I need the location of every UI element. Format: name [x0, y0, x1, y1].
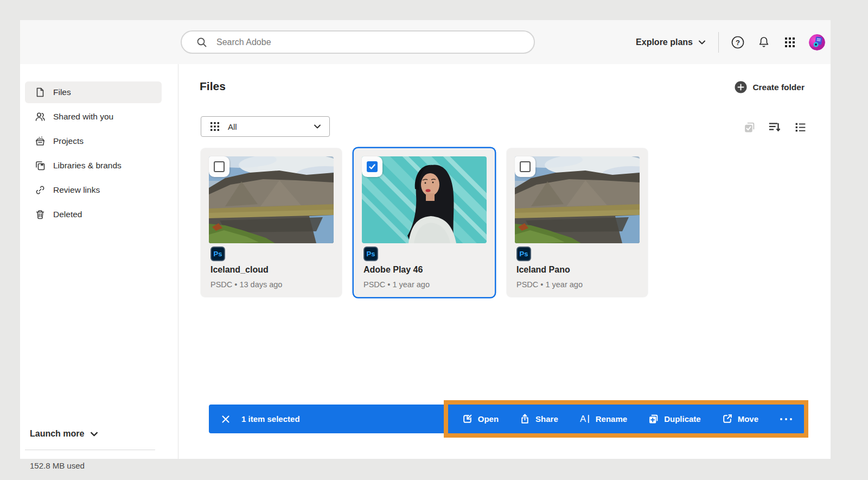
- sidebar-item-label: Projects: [53, 136, 84, 146]
- list-view-button[interactable]: [793, 120, 807, 134]
- sidebar-item-review-links[interactable]: Review links: [25, 179, 162, 201]
- search-bar[interactable]: [181, 30, 535, 54]
- file-meta: PSDC • 1 year ago: [516, 280, 583, 289]
- grid-icon: [210, 122, 220, 131]
- sidebar-item-label: Review links: [53, 185, 100, 195]
- svg-text:A: A: [580, 414, 586, 424]
- duplicate-icon: [648, 413, 659, 425]
- chevron-down-icon: [90, 430, 99, 439]
- explore-plans-label: Explore plans: [636, 37, 693, 47]
- trash-icon: [35, 209, 46, 220]
- open-button[interactable]: Open: [462, 413, 499, 425]
- select-all-button[interactable]: [742, 120, 756, 134]
- launch-more-button[interactable]: Launch more: [30, 429, 99, 439]
- creative-cloud-window: Explore plans ?: [20, 20, 831, 459]
- view-toolbar: [742, 120, 807, 134]
- filter-selected-value: All: [228, 122, 237, 131]
- app-switcher-button[interactable]: [783, 35, 797, 49]
- launch-more-label: Launch more: [30, 429, 84, 439]
- share-icon: [519, 413, 531, 425]
- app-switcher-icon: [783, 36, 796, 49]
- card-checkbox[interactable]: [209, 156, 229, 177]
- top-bar: Explore plans ?: [20, 20, 831, 64]
- file-title: Iceland_cloud: [210, 265, 269, 275]
- checkbox-unchecked: [214, 161, 225, 172]
- chevron-down-icon: [698, 38, 706, 47]
- checkbox-checked: [367, 161, 378, 172]
- sidebar-item-label: Deleted: [53, 210, 82, 219]
- plus-circle-icon: [735, 81, 747, 93]
- search-icon: [196, 36, 208, 48]
- content-divider: [178, 64, 178, 459]
- filter-dropdown[interactable]: All: [201, 116, 330, 137]
- sidebar-item-files[interactable]: Files: [25, 81, 162, 103]
- duplicate-button[interactable]: Duplicate: [648, 413, 701, 425]
- header-divider: [718, 32, 719, 53]
- link-icon: [35, 185, 46, 195]
- rename-label: Rename: [596, 414, 627, 424]
- help-button[interactable]: ?: [731, 35, 745, 49]
- sidebar: Files Shared with you Projects: [20, 64, 178, 459]
- file-card-iceland-cloud[interactable]: Ps Iceland_cloud PSDC • 13 days ago: [201, 148, 342, 297]
- photoshop-badge: Ps: [363, 247, 378, 261]
- sidebar-item-projects[interactable]: Projects: [25, 130, 162, 152]
- notifications-icon: [757, 36, 770, 49]
- file-title: Iceland Pano: [516, 265, 570, 275]
- sidebar-item-label: Libraries & brands: [53, 161, 122, 170]
- people-icon: [35, 111, 46, 122]
- avatar[interactable]: [809, 34, 825, 50]
- share-label: Share: [535, 414, 558, 424]
- file-meta: PSDC • 13 days ago: [210, 280, 282, 289]
- card-checkbox[interactable]: [515, 156, 535, 177]
- explore-plans-button[interactable]: Explore plans: [636, 37, 706, 47]
- svg-text:?: ?: [736, 39, 740, 47]
- share-button[interactable]: Share: [519, 413, 558, 425]
- selection-actions: Open Share A Rename: [462, 413, 793, 425]
- close-icon: [221, 414, 231, 424]
- photoshop-badge: Ps: [516, 247, 531, 261]
- list-view-icon: [794, 121, 807, 134]
- checkbox-unchecked: [520, 161, 531, 172]
- file-card-adobe-play-46[interactable]: Ps Adobe Play 46 PSDC • 1 year ago: [354, 148, 495, 297]
- search-input[interactable]: [216, 37, 499, 47]
- file-icon: [35, 87, 46, 98]
- storage-used-label: 152.8 MB used: [30, 461, 85, 470]
- libraries-icon: [35, 160, 46, 171]
- selection-bar: 1 item selected Open Share A: [209, 405, 805, 433]
- page-title: Files: [200, 80, 226, 93]
- open-icon: [462, 413, 473, 425]
- chevron-down-icon: [313, 122, 322, 131]
- checkmark-icon: [368, 163, 376, 170]
- open-label: Open: [478, 414, 499, 424]
- rename-icon: A: [579, 413, 591, 425]
- file-title: Adobe Play 46: [363, 265, 423, 275]
- selection-status: 1 item selected: [241, 414, 300, 424]
- sidebar-item-label: Shared with you: [53, 112, 113, 122]
- top-right-controls: Explore plans ?: [636, 20, 825, 64]
- file-card-iceland-pano[interactable]: Ps Iceland Pano PSDC • 1 year ago: [507, 148, 648, 297]
- move-button[interactable]: Move: [722, 413, 758, 425]
- more-icon: [779, 414, 793, 425]
- projects-icon: [35, 136, 46, 147]
- sidebar-item-shared-with-you[interactable]: Shared with you: [25, 106, 162, 128]
- more-actions-button[interactable]: [779, 414, 793, 425]
- sort-icon: [768, 121, 781, 134]
- photoshop-badge: Ps: [210, 247, 225, 261]
- sidebar-item-libraries-brands[interactable]: Libraries & brands: [25, 155, 162, 176]
- select-all-icon: [743, 121, 756, 134]
- rename-button[interactable]: A Rename: [579, 413, 627, 425]
- sidebar-item-label: Files: [53, 87, 71, 97]
- move-icon: [722, 413, 733, 425]
- create-folder-button[interactable]: Create folder: [735, 81, 805, 93]
- file-meta: PSDC • 1 year ago: [363, 280, 430, 289]
- sort-button[interactable]: [768, 120, 782, 134]
- clear-selection-button[interactable]: [221, 414, 231, 424]
- notifications-button[interactable]: [757, 35, 771, 49]
- file-grid: Ps Iceland_cloud PSDC • 13 days ago: [201, 148, 648, 297]
- create-folder-label: Create folder: [752, 83, 805, 92]
- help-icon: ?: [731, 35, 745, 49]
- duplicate-label: Duplicate: [664, 414, 701, 424]
- card-checkbox[interactable]: [362, 156, 382, 177]
- sidebar-item-deleted[interactable]: Deleted: [25, 204, 162, 225]
- move-label: Move: [738, 414, 758, 424]
